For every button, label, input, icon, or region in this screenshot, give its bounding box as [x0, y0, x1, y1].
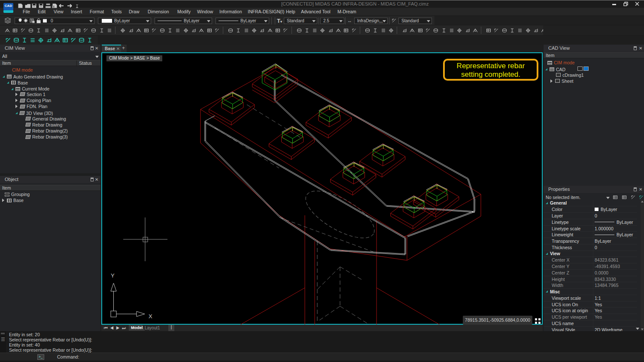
- svg-text:Y: Y: [111, 272, 115, 279]
- svg-text:X: X: [149, 313, 152, 320]
